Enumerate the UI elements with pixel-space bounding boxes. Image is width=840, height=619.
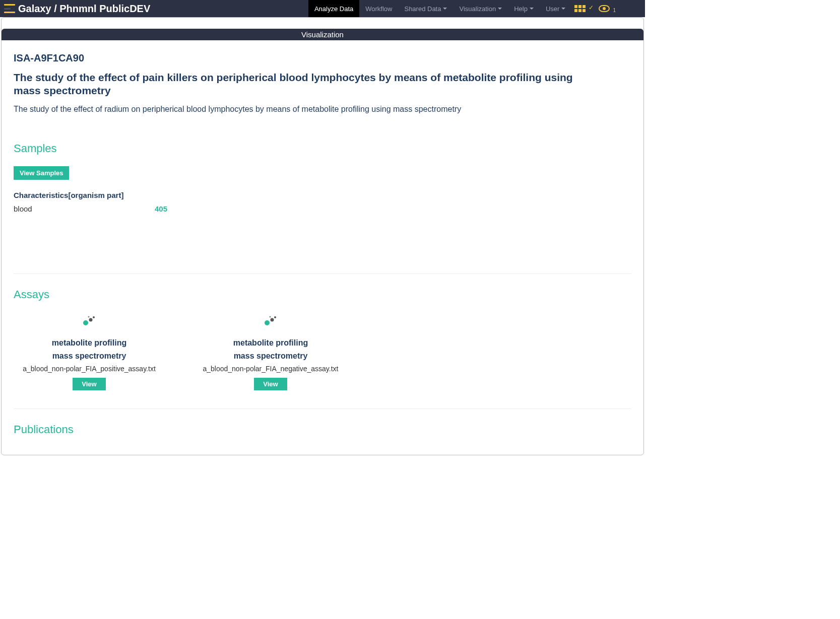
top-nav: Galaxy / Phnmnl PublicDEV Analyze Data W… bbox=[0, 0, 645, 17]
svg-point-6 bbox=[274, 316, 276, 318]
assay-tech: mass spectrometry bbox=[195, 352, 346, 361]
nav-icon-group: ✓ 1 bbox=[571, 4, 621, 13]
chevron-down-icon bbox=[443, 8, 447, 10]
notification-count: 1 bbox=[613, 8, 616, 13]
view-assay-button[interactable]: View bbox=[73, 378, 105, 390]
brand-title: Galaxy / Phnmnl PublicDEV bbox=[18, 3, 150, 15]
chevron-down-icon bbox=[530, 8, 534, 10]
visualization-frame: Visualization ISA-A9F1CA90 The study of … bbox=[1, 17, 644, 455]
svg-point-1 bbox=[89, 318, 93, 321]
nav-label: Shared Data bbox=[404, 5, 441, 13]
assays-heading: Assays bbox=[14, 288, 631, 301]
characteristics-label: Characteristics[organism part] bbox=[14, 191, 631, 199]
chevron-down-icon bbox=[498, 8, 502, 10]
assay-type: metabolite profiling bbox=[14, 338, 165, 348]
svg-point-0 bbox=[83, 320, 88, 325]
assay-type: metabolite profiling bbox=[195, 338, 346, 348]
nav-workflow[interactable]: Workflow bbox=[359, 0, 398, 17]
svg-point-2 bbox=[93, 316, 95, 318]
nav-links: Analyze Data Workflow Shared Data Visual… bbox=[308, 0, 572, 17]
assay-filename: a_blood_non-polar_FIA_positive_assay.txt bbox=[14, 365, 165, 373]
svg-point-3 bbox=[88, 316, 90, 317]
nav-label: Visualization bbox=[459, 5, 496, 13]
nav-label: Analyze Data bbox=[314, 5, 353, 13]
assay-tech: mass spectrometry bbox=[14, 352, 165, 361]
study-description: The study of the effect of radium on per… bbox=[14, 105, 631, 114]
molecule-icon bbox=[14, 312, 165, 329]
check-icon: ✓ bbox=[589, 4, 594, 11]
nav-help[interactable]: Help bbox=[508, 0, 540, 17]
characteristic-row: blood 405 bbox=[14, 204, 631, 213]
molecule-icon bbox=[195, 312, 346, 329]
nav-shared-data[interactable]: Shared Data bbox=[398, 0, 453, 17]
nav-visualization[interactable]: Visualization bbox=[453, 0, 508, 17]
samples-heading: Samples bbox=[14, 142, 631, 155]
assay-filename: a_blood_non-polar_FIA_negative_assay.txt bbox=[195, 365, 346, 373]
view-samples-button[interactable]: View Samples bbox=[14, 166, 69, 180]
characteristic-name: blood bbox=[14, 204, 155, 213]
nav-label: Workflow bbox=[365, 5, 392, 13]
publications-heading: Publications bbox=[14, 423, 631, 436]
panel-title: Visualization bbox=[2, 29, 643, 40]
nav-label: Help bbox=[514, 5, 528, 13]
divider bbox=[14, 273, 631, 274]
study-title: The study of the effect of pain killers … bbox=[14, 71, 593, 98]
assay-card: metabolite profiling mass spectrometry a… bbox=[14, 312, 165, 390]
nav-label: User bbox=[546, 5, 559, 13]
assay-card: metabolite profiling mass spectrometry a… bbox=[195, 312, 346, 390]
divider bbox=[14, 408, 631, 409]
assays-row: metabolite profiling mass spectrometry a… bbox=[14, 312, 631, 390]
scratchbook-icon[interactable] bbox=[574, 5, 586, 12]
logo-icon bbox=[4, 4, 15, 13]
nav-user[interactable]: User bbox=[540, 0, 571, 17]
svg-point-5 bbox=[271, 318, 274, 321]
view-assay-button[interactable]: View bbox=[254, 378, 287, 390]
study-id: ISA-A9F1CA90 bbox=[14, 52, 631, 64]
chevron-down-icon bbox=[561, 8, 565, 10]
nav-analyze-data[interactable]: Analyze Data bbox=[308, 0, 359, 17]
characteristic-count[interactable]: 405 bbox=[155, 204, 167, 213]
eye-icon[interactable] bbox=[599, 5, 610, 12]
content-area: ISA-A9F1CA90 The study of the effect of … bbox=[2, 40, 643, 452]
svg-point-7 bbox=[270, 316, 271, 317]
svg-point-4 bbox=[265, 320, 270, 325]
